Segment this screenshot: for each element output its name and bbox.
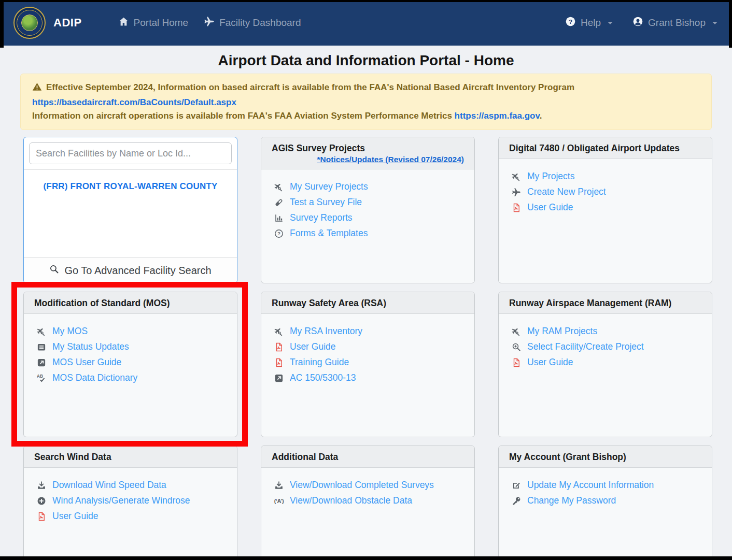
nav-user-label: Grant Bishop	[648, 17, 706, 28]
external-link-icon	[35, 358, 48, 367]
card-link[interactable]: MOS Data Dictionary	[52, 372, 137, 383]
card-link[interactable]: User Guide	[527, 202, 573, 213]
card-link-item: User Guide	[510, 202, 703, 213]
aspm-link[interactable]: https://aspm.faa.gov	[455, 111, 540, 121]
card-link-item: Training Guide	[273, 357, 466, 368]
card-link[interactable]: Wind Analysis/Generate Windrose	[52, 495, 190, 506]
card-link[interactable]: My RAM Projects	[527, 326, 597, 337]
bar-chart-icon	[273, 213, 285, 223]
pdf-icon	[510, 358, 523, 367]
card-link-item: (‘A’)View/Download Obstacle Data	[273, 495, 466, 506]
card-link[interactable]: My MOS	[52, 326, 88, 337]
card-link[interactable]: Test a Survey File	[290, 197, 362, 208]
card-link[interactable]: View/Download Completed Surveys	[290, 480, 434, 491]
card-link[interactable]: Survey Reports	[290, 212, 353, 223]
alert-heading-text: Effective September 2024, Information on…	[46, 82, 574, 92]
card-link[interactable]: Training Guide	[290, 357, 349, 368]
card-link-item: My Status Updates	[35, 341, 229, 352]
plane-tools-icon	[35, 327, 48, 336]
plus-circle-icon	[35, 496, 48, 506]
pdf-icon	[510, 203, 523, 212]
alert-line-2: https://basedaircraft.com/BaCounts/Defau…	[32, 96, 700, 109]
card-link[interactable]: My Survey Projects	[290, 181, 368, 192]
card-link[interactable]: Select Facility/Create Project	[527, 341, 644, 352]
plane-tools-icon	[273, 327, 285, 336]
card-link-item: Wind Analysis/Generate Windrose	[35, 495, 229, 506]
search-icon	[49, 264, 59, 277]
nav-help-menu[interactable]: ? Help	[565, 16, 613, 30]
pdf-icon	[35, 512, 48, 521]
window-frame-left	[0, 0, 4, 48]
window-frame-right	[729, 0, 732, 48]
list-icon	[35, 342, 48, 352]
card-search-wind-data: Search Wind Data Download Wind Speed Dat…	[23, 446, 237, 560]
nav-portal-home[interactable]: Portal Home	[118, 16, 189, 30]
nav-facility-dashboard-label: Facility Dashboard	[219, 17, 301, 28]
facility-result-link[interactable]: (FRR) FRONT ROYAL-WARREN COUNTY	[43, 181, 217, 191]
alert-operations-text: Information on aircraft operations is av…	[32, 111, 452, 121]
card-link[interactable]: View/Download Obstacle Data	[290, 495, 412, 506]
card-link[interactable]: User Guide	[52, 511, 98, 522]
card-link-item: User Guide	[510, 357, 703, 368]
alert-banner: Effective September 2024, Information on…	[20, 74, 712, 130]
card-link[interactable]: Forms & Templates	[290, 228, 368, 239]
plane-tools-icon	[510, 327, 523, 336]
nav-facility-dashboard[interactable]: Facility Dashboard	[204, 16, 301, 30]
card-grid: (FRR) FRONT ROYAL-WARREN COUNTY Go To Ad…	[23, 137, 732, 560]
vial-icon	[273, 198, 285, 207]
download-icon	[273, 481, 285, 490]
warning-icon	[32, 82, 42, 96]
card-link-item: Survey Reports	[273, 212, 466, 223]
card-link-item: Test a Survey File	[273, 197, 466, 208]
plane-tools-icon	[273, 182, 285, 192]
card-link[interactable]: AC 150/5300-13	[290, 372, 356, 383]
page-title: Airport Data and Information Portal - Ho…	[0, 52, 732, 69]
card-link[interactable]: User Guide	[527, 357, 573, 368]
navbar: ADIP Portal Home Facility Dashboard ? He…	[0, 0, 732, 46]
card-link[interactable]: My RSA Inventory	[290, 326, 362, 337]
window-frame-top	[0, 0, 732, 2]
card-link-item: My RSA Inventory	[273, 326, 466, 337]
pdf-icon	[273, 358, 285, 367]
facility-search-input[interactable]	[29, 142, 232, 164]
card-link[interactable]: User Guide	[290, 341, 336, 352]
card-link-item: My Survey Projects	[273, 181, 466, 192]
download-icon	[35, 481, 48, 490]
notices-updates-link[interactable]: *Notices/Updates (Revised 07/26/2024)	[317, 155, 464, 164]
card-link-item: View/Download Completed Surveys	[273, 480, 466, 491]
obstacle-icon: (‘A’)	[273, 498, 285, 504]
card-title: Digital 7480 / Obligated Airport Updates	[499, 137, 712, 159]
card-link[interactable]: Update My Account Information	[527, 480, 654, 491]
alert-period: .	[540, 111, 542, 121]
window-frame-bottom	[0, 556, 732, 560]
chevron-down-icon	[712, 22, 717, 27]
card-link-item: Create New Project	[510, 186, 703, 197]
card-link-item: My MOS	[35, 326, 229, 337]
plane-icon	[204, 16, 215, 30]
card-link[interactable]: Download Wind Speed Data	[52, 480, 166, 491]
card-digital-7480: Digital 7480 / Obligated Airport Updates…	[498, 137, 712, 283]
card-link[interactable]: MOS User Guide	[52, 357, 121, 368]
spellcheck-icon: AB	[35, 374, 48, 383]
card-link-item: ?Forms & Templates	[273, 228, 466, 239]
card-link[interactable]: My Projects	[527, 171, 574, 182]
card-link[interactable]: My Status Updates	[52, 341, 129, 352]
card-title: Runway Safety Area (RSA)	[261, 292, 474, 314]
card-link[interactable]: Change My Password	[527, 495, 616, 506]
edit-icon	[510, 481, 523, 490]
svg-text:?: ?	[277, 231, 280, 236]
card-link-item: User Guide	[35, 511, 229, 522]
card-title: My Account (Grant Bishop)	[499, 446, 712, 468]
external-link-icon	[273, 374, 285, 383]
card-title: Runway Airspace Management (RAM)	[499, 292, 712, 314]
based-aircraft-link[interactable]: https://basedaircraft.com/BaCounts/Defau…	[32, 97, 236, 107]
advanced-facility-search-button[interactable]: Go To Advanced Facility Search	[24, 257, 237, 283]
alert-line-1: Effective September 2024, Information on…	[32, 81, 700, 96]
card-link[interactable]: Create New Project	[527, 186, 606, 197]
card-link-item: My RAM Projects	[510, 326, 703, 337]
help-circle-icon: ?	[565, 16, 576, 30]
card-additional-data: Additional Data View/Download Completed …	[261, 446, 475, 560]
plane-icon	[510, 188, 523, 197]
facility-search-card: (FRR) FRONT ROYAL-WARREN COUNTY Go To Ad…	[23, 137, 237, 283]
nav-user-menu[interactable]: Grant Bishop	[632, 16, 717, 30]
